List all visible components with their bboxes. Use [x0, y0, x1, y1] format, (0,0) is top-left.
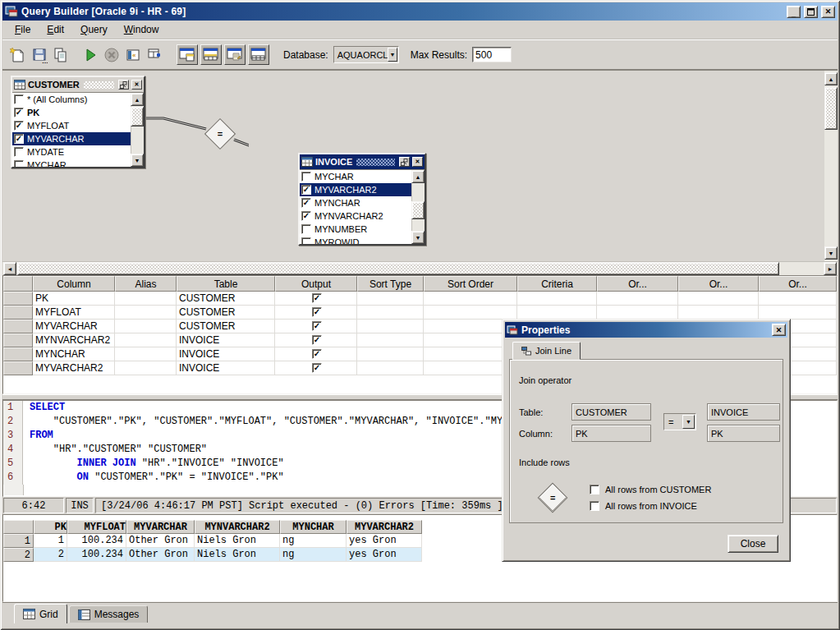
- column-checkbox[interactable]: [301, 237, 311, 244]
- toggle-builder-pane-button[interactable]: [177, 44, 198, 65]
- row-selector[interactable]: [3, 361, 33, 375]
- row-selector[interactable]: 1: [3, 534, 34, 548]
- column-checkbox[interactable]: [14, 94, 24, 104]
- dialog-title-bar[interactable]: Properties ✕: [505, 322, 787, 338]
- output-checkbox[interactable]: ✓: [312, 349, 322, 359]
- cell-table[interactable]: CUSTOMER: [177, 306, 275, 320]
- column-checkbox[interactable]: ✓: [14, 134, 24, 144]
- list-item[interactable]: ✓MYVARCHAR: [12, 132, 131, 145]
- invoice-scrollbar[interactable]: ▲ ▼: [411, 170, 425, 244]
- column-checkbox[interactable]: ✓: [14, 108, 24, 117]
- operator-dropdown-arrow[interactable]: ▼: [682, 415, 695, 429]
- output-checkbox[interactable]: ✓: [312, 363, 322, 373]
- row-selector[interactable]: 2: [3, 548, 34, 562]
- cell[interactable]: Niels Gron: [195, 534, 280, 548]
- customer-scrollbar[interactable]: ▲ ▼: [131, 93, 144, 167]
- close-button[interactable]: ✕: [821, 6, 835, 18]
- list-item[interactable]: ✓MYNCHAR: [300, 196, 411, 209]
- stop-button[interactable]: [101, 44, 122, 66]
- scroll-down-icon[interactable]: ▼: [131, 154, 144, 167]
- cell-alias[interactable]: [115, 347, 177, 361]
- tab-messages[interactable]: Messages: [69, 605, 149, 623]
- cell[interactable]: yes Gron: [347, 548, 422, 562]
- header-cell[interactable]: MYNVARCHAR2: [195, 520, 280, 534]
- cell[interactable]: Other Gron: [126, 548, 195, 562]
- scroll-up-icon[interactable]: ▲: [824, 72, 838, 85]
- column-checkbox[interactable]: ✓: [14, 121, 24, 131]
- scroll-thumb[interactable]: [17, 262, 779, 275]
- restore-icon[interactable]: [399, 157, 410, 167]
- diagram-pane[interactable]: = CUSTOMER ✕ * (All Columns) ✓PK ✓MYFLOA…: [2, 70, 838, 275]
- cell-alias[interactable]: [115, 361, 177, 375]
- copy-button[interactable]: [50, 44, 71, 66]
- database-select[interactable]: AQUAORCL ▼: [333, 46, 399, 63]
- header-cell[interactable]: MYVARCHAR2: [347, 520, 422, 534]
- header-cell[interactable]: Sort Type: [357, 276, 424, 292]
- header-cell[interactable]: Sort Order: [424, 276, 517, 292]
- cell-sort-type[interactable]: [357, 292, 424, 306]
- all-rows-invoice-checkbox[interactable]: All rows from INVOICE: [590, 501, 697, 511]
- scroll-down-icon[interactable]: ▼: [411, 231, 425, 244]
- output-checkbox[interactable]: ✓: [312, 307, 322, 317]
- menu-query[interactable]: Query: [73, 21, 115, 38]
- header-cell[interactable]: Alias: [115, 276, 177, 292]
- cell-sort-order[interactable]: [424, 306, 517, 320]
- scroll-thumb[interactable]: [131, 107, 144, 126]
- new-query-button[interactable]: [7, 44, 29, 66]
- tab-join-line[interactable]: Join Line: [512, 342, 581, 360]
- join-operator-select[interactable]: = ▼: [663, 413, 696, 430]
- cell-column[interactable]: MYVARCHAR2: [33, 361, 115, 375]
- diagram-vscrollbar[interactable]: ▲ ▼: [824, 71, 838, 261]
- header-cell[interactable]: MYNCHAR: [280, 520, 347, 534]
- cell-output[interactable]: ✓: [275, 292, 357, 306]
- table-window-customer-titlebar[interactable]: CUSTOMER ✕: [12, 77, 144, 92]
- checkbox[interactable]: [590, 501, 599, 511]
- row-selector[interactable]: [3, 292, 33, 306]
- scroll-up-icon[interactable]: ▲: [411, 170, 425, 183]
- header-cell[interactable]: PK: [34, 520, 67, 534]
- row-selector[interactable]: [3, 333, 33, 347]
- header-cell[interactable]: Or...: [597, 276, 678, 292]
- column-checkbox[interactable]: ✓: [301, 198, 311, 208]
- tab-grid[interactable]: Grid: [14, 604, 67, 623]
- menu-window[interactable]: Window: [117, 21, 167, 38]
- header-cell[interactable]: Column: [33, 276, 115, 292]
- cell[interactable]: 100.234: [67, 548, 126, 562]
- diagram-hscrollbar[interactable]: ◄ ►: [2, 261, 838, 275]
- list-item[interactable]: ✓MYNVARCHAR2: [300, 209, 411, 223]
- cell-output[interactable]: ✓: [275, 320, 357, 333]
- cell-or[interactable]: [678, 292, 759, 306]
- table-window-customer[interactable]: CUSTOMER ✕ * (All Columns) ✓PK ✓MYFLOAT …: [11, 76, 145, 168]
- cell-output[interactable]: ✓: [275, 306, 357, 320]
- output-checkbox[interactable]: ✓: [312, 293, 322, 303]
- list-item[interactable]: ✓PK: [12, 106, 131, 119]
- cell-table[interactable]: INVOICE: [177, 333, 275, 347]
- cell-column[interactable]: MYNCHAR: [33, 347, 115, 361]
- close-button[interactable]: Close: [728, 535, 778, 553]
- cell-or[interactable]: [759, 292, 837, 306]
- header-cell[interactable]: Criteria: [517, 276, 597, 292]
- cell-sort-type[interactable]: [357, 306, 424, 320]
- scroll-up-icon[interactable]: ▲: [131, 93, 144, 106]
- cell[interactable]: 100.234: [67, 534, 126, 548]
- column-checkbox[interactable]: [301, 224, 311, 234]
- toggle-results-pane-button[interactable]: [248, 44, 269, 65]
- minimize-button[interactable]: _: [787, 6, 801, 18]
- menu-file[interactable]: File: [7, 21, 38, 38]
- cell-or[interactable]: [597, 292, 678, 306]
- table-window-invoice[interactable]: INVOICE ✕ MYCHAR ✓MYVARCHAR2 ✓MYNCHAR ✓M…: [298, 153, 426, 246]
- all-rows-customer-checkbox[interactable]: All rows from CUSTOMER: [590, 485, 711, 494]
- scroll-right-icon[interactable]: ►: [824, 262, 837, 275]
- max-results-input[interactable]: [472, 47, 512, 62]
- toggle-sql-pane-button[interactable]: [224, 44, 246, 65]
- list-item[interactable]: ✓MYVARCHAR2: [300, 183, 411, 196]
- cell-criteria[interactable]: [517, 306, 597, 320]
- checkbox[interactable]: [590, 485, 599, 494]
- list-item[interactable]: MYROWID: [300, 236, 411, 244]
- scroll-thumb[interactable]: [411, 201, 425, 219]
- table-window-invoice-titlebar[interactable]: INVOICE ✕: [300, 154, 425, 169]
- cell-sort-order[interactable]: [424, 292, 517, 306]
- properties-dialog[interactable]: Properties ✕ Join Line Join operator Tab…: [502, 319, 791, 562]
- column-checkbox[interactable]: ✓: [301, 185, 311, 195]
- toggle-grid-pane-button[interactable]: [200, 44, 222, 65]
